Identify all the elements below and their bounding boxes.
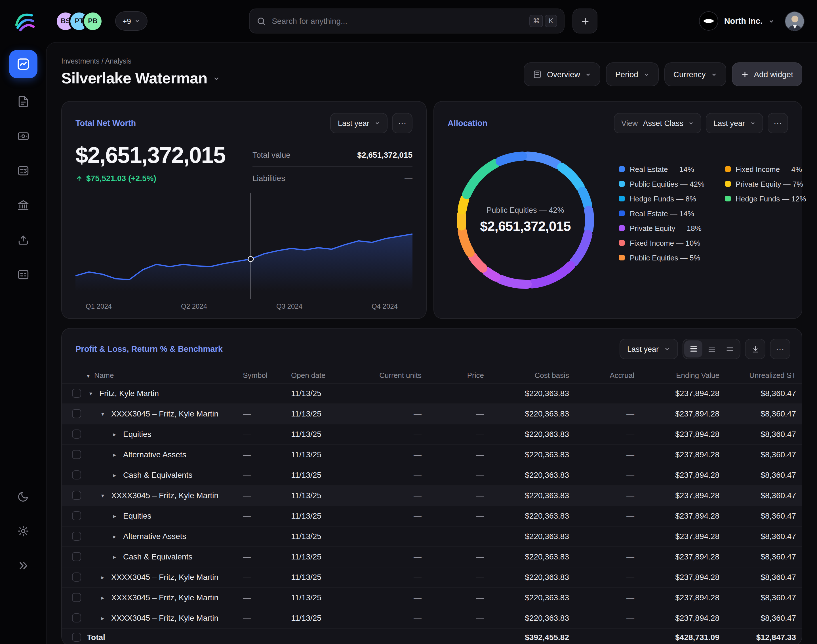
portfolio-selector[interactable]: Silverlake Waterman — [61, 70, 221, 87]
app-logo-icon[interactable] — [12, 10, 35, 32]
table-row[interactable]: ▸XXXX3045 – Fritz, Kyle Martin—11/13/25—… — [62, 567, 802, 587]
table-row[interactable]: ▸Equities—11/13/25——$220,363.83—$237,894… — [62, 424, 802, 445]
theme-toggle[interactable] — [12, 485, 34, 508]
global-search[interactable]: ⌘ K — [249, 9, 564, 34]
legend-label: Fixed Income — 10% — [630, 239, 701, 247]
row-checkbox[interactable] — [72, 511, 81, 520]
settings-button[interactable] — [12, 520, 34, 543]
download-button[interactable] — [745, 339, 765, 359]
column-header-accrual[interactable]: Accrual — [575, 371, 640, 380]
density-medium-button[interactable] — [702, 340, 720, 357]
row-checkbox[interactable] — [72, 429, 81, 439]
column-header-price[interactable]: Price — [427, 371, 490, 380]
allocation-range-dropdown[interactable]: Last year — [706, 113, 763, 133]
overview-dropdown[interactable]: Overview — [524, 63, 601, 86]
row-checkbox[interactable] — [72, 613, 81, 623]
cell-unrealized: $8,360.47 — [725, 532, 802, 541]
row-checkbox[interactable] — [72, 450, 81, 459]
cell-unrealized: $8,360.47 — [725, 409, 802, 418]
cell-ending: $237,894.28 — [640, 471, 725, 480]
net-worth-more-button[interactable]: ⋯ — [392, 113, 412, 133]
collapse-caret-icon[interactable]: ▾ — [99, 411, 107, 417]
row-checkbox[interactable] — [72, 409, 81, 418]
workspace-chip-pb[interactable]: PB — [84, 12, 101, 30]
expand-caret-icon[interactable]: ▸ — [110, 451, 119, 458]
cell-price: — — [427, 532, 490, 541]
pnl-more-button[interactable]: ⋯ — [770, 339, 790, 359]
collapse-caret-icon[interactable]: ▾ — [87, 390, 95, 396]
row-checkbox[interactable] — [72, 389, 81, 398]
table-row[interactable]: ▸Cash & Equivalents—11/13/25——$220,363.8… — [62, 547, 802, 567]
pnl-range-dropdown[interactable]: Last year — [620, 339, 678, 359]
table-row[interactable]: ▸Cash & Equivalents—11/13/25——$220,363.8… — [62, 465, 802, 485]
expand-caret-icon[interactable]: ▸ — [99, 615, 107, 621]
allocation-more-button[interactable]: ⋯ — [768, 113, 788, 133]
sidebar-item-uploads[interactable] — [12, 228, 34, 251]
cell-unrealized: $8,360.47 — [725, 511, 802, 520]
sidebar-item-analytics[interactable] — [9, 50, 37, 78]
cell-open-date: 11/13/25 — [291, 409, 356, 418]
user-avatar[interactable] — [785, 11, 805, 31]
row-name: Alternative Assets — [123, 532, 186, 541]
expand-caret-icon[interactable]: ▸ — [99, 594, 107, 601]
row-checkbox[interactable] — [72, 552, 81, 561]
net-worth-summary: Total value $2,651,372,015 Liabilities — — [253, 143, 412, 190]
row-checkbox[interactable] — [72, 633, 81, 642]
table-row[interactable]: ▾XXXX3045 – Fritz, Kyle Martin—11/13/25—… — [62, 404, 802, 424]
density-relaxed-button[interactable] — [720, 340, 739, 357]
table-row[interactable]: ▾Fritz, Kyle Martin—11/13/25——$220,363.8… — [62, 383, 802, 404]
expand-caret-icon[interactable]: ▸ — [110, 472, 119, 478]
column-header-name[interactable]: ▾Name — [87, 371, 243, 380]
sidebar-collapse-button[interactable] — [12, 554, 34, 577]
column-header-symbol[interactable]: Symbol — [243, 371, 291, 380]
row-checkbox[interactable] — [72, 593, 81, 602]
collapse-caret-icon[interactable]: ▾ — [99, 492, 107, 498]
expand-caret-icon[interactable]: ▸ — [110, 554, 119, 560]
net-worth-range-dropdown[interactable]: Last year — [331, 113, 388, 133]
quick-add-button[interactable] — [572, 9, 598, 34]
search-input[interactable] — [272, 17, 524, 26]
column-header-ending-value[interactable]: Ending Value — [640, 371, 725, 380]
expand-caret-icon[interactable]: ▸ — [110, 431, 119, 437]
sidebar-item-reports[interactable] — [12, 263, 34, 286]
allocation-view-dropdown[interactable]: View Asset Class — [614, 113, 702, 133]
sidebar-item-institutions[interactable] — [12, 194, 34, 217]
overview-label: Overview — [547, 70, 580, 79]
table-row[interactable]: ▸XXXX3045 – Fritz, Kyle Martin—11/13/25—… — [62, 587, 802, 608]
expand-caret-icon[interactable]: ▸ — [110, 513, 119, 519]
legend-column-2: Fixed Income — 4%Private Equity — 7%Hedg… — [725, 165, 806, 203]
row-checkbox[interactable] — [72, 491, 81, 500]
table-row[interactable]: ▸Equities—11/13/25——$220,363.83—$237,894… — [62, 506, 802, 526]
expand-caret-icon[interactable]: ▸ — [110, 533, 119, 539]
sidebar — [0, 42, 46, 644]
row-checkbox[interactable] — [72, 471, 81, 480]
column-header-unrealized[interactable]: Unrealized ST — [725, 371, 802, 380]
cell-ending: $237,894.28 — [640, 429, 725, 439]
sidebar-item-documents[interactable] — [12, 90, 34, 113]
add-widget-button[interactable]: Add widget — [732, 63, 802, 86]
cell-cost: $220,363.83 — [490, 450, 575, 459]
range-label: Last year — [338, 119, 369, 127]
more-workspaces-button[interactable]: +9 — [115, 11, 147, 31]
sidebar-item-transactions[interactable] — [12, 125, 34, 147]
period-dropdown[interactable]: Period — [606, 63, 659, 86]
column-header-current-units[interactable]: Current units — [356, 371, 427, 380]
column-header-cost-basis[interactable]: Cost basis — [490, 371, 575, 380]
currency-dropdown[interactable]: Currency — [664, 63, 726, 86]
column-header-open-date[interactable]: Open date — [291, 371, 356, 380]
row-checkbox[interactable] — [72, 532, 81, 541]
table-row[interactable]: ▾XXXX3045 – Fritz, Kyle Martin—11/13/25—… — [62, 485, 802, 506]
table-row[interactable]: ▸Alternative Assets—11/13/25——$220,363.8… — [62, 526, 802, 547]
expand-caret-icon[interactable]: ▸ — [99, 574, 107, 580]
legend-item: Private Equity — 7% — [725, 179, 806, 188]
sidebar-item-accounts[interactable] — [12, 159, 34, 182]
table-row[interactable]: ▸Alternative Assets—11/13/25——$220,363.8… — [62, 445, 802, 465]
row-checkbox[interactable] — [72, 572, 81, 581]
net-worth-card: Total Net Worth Last year ⋯ $2,651,372,0… — [61, 101, 427, 319]
cell-accrual: — — [575, 593, 640, 602]
allocation-donut[interactable]: Public Equities — 42% $2,651,372,015 — [451, 146, 600, 294]
org-switcher[interactable]: North Inc. — [699, 11, 774, 31]
density-compact-button[interactable] — [684, 340, 702, 357]
net-worth-chart[interactable]: Q1 2024 Q2 2024 Q3 2024 Q4 2024 — [75, 192, 412, 310]
table-row[interactable]: ▸XXXX3045 – Fritz, Kyle Martin—11/13/25—… — [62, 608, 802, 629]
